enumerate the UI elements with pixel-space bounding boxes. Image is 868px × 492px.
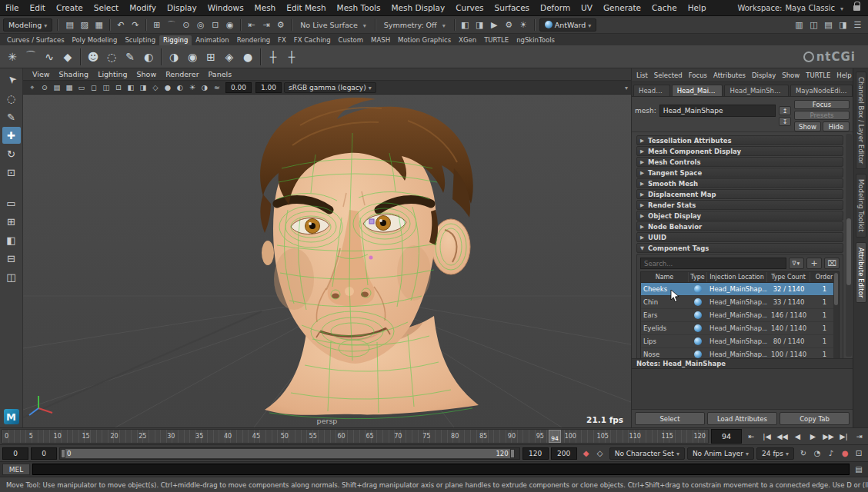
attribute-editor-scrollbar[interactable] [846, 134, 852, 357]
attr-section-object-display[interactable]: ▶Object Display [636, 211, 843, 221]
add-tag-button[interactable] [806, 258, 822, 269]
node-tab-head-mainshapeorig1[interactable]: Head_MainShapeOrig1 [724, 85, 789, 96]
ae-menu-turtle[interactable]: TURTLE [803, 71, 833, 79]
menu-help[interactable]: Help [683, 0, 712, 15]
component-tag-row-nose[interactable]: NoseHead_MainShap...100 / 11401 [641, 348, 839, 358]
undo-icon[interactable]: ↶ [113, 18, 128, 32]
snap-to-projected-center-icon[interactable]: ◎ [193, 18, 208, 32]
attr-section-mesh-component-display[interactable]: ▶Mesh Component Display [636, 146, 843, 156]
viewport-menu-caret-icon[interactable] [623, 83, 628, 91]
menu-modify[interactable]: Modify [124, 0, 162, 15]
snap-to-point-icon[interactable]: ⊙ [179, 18, 193, 32]
wrap-deformer-icon[interactable]: ◈ [220, 48, 239, 66]
vertical-tab-attribute-editor[interactable]: Attribute Editor [856, 242, 866, 303]
node-nav-down-icon[interactable]: ↧ [779, 117, 791, 126]
ae-menu-display[interactable]: Display [749, 71, 779, 79]
menu-mesh-display[interactable]: Mesh Display [386, 0, 450, 15]
hide-button[interactable]: Hide [823, 121, 850, 131]
animation-start-field[interactable] [2, 447, 28, 460]
make-live-icon[interactable]: ◉ [222, 18, 237, 32]
viewport-menu-shading[interactable]: Shading [55, 70, 94, 78]
notes-header[interactable]: Notes: Head_MainShape [632, 358, 853, 369]
viewport-3d-scene[interactable] [23, 95, 631, 427]
resolution-gate-icon[interactable]: ◻ [88, 81, 100, 93]
vertical-tab-modeling-toolkit[interactable]: Modeling Toolkit [856, 174, 866, 238]
ae-menu-show[interactable]: Show [779, 71, 803, 79]
column-header-name[interactable]: Name [641, 272, 689, 282]
command-language-toggle[interactable]: MEL [2, 464, 30, 475]
gamma-field[interactable] [255, 82, 282, 93]
component-tag-row-chin[interactable]: ChinHead_MainShap...33 / 11401 [641, 296, 839, 309]
cluster-icon[interactable]: ◉ [183, 48, 202, 66]
workspace-selector[interactable]: Workspace: Maya Classic [737, 4, 868, 12]
constraint-icon[interactable]: ◆ [58, 48, 77, 66]
safe-title-icon[interactable]: ◨ [137, 81, 149, 93]
textured-mode-icon[interactable]: ◐ [174, 81, 186, 93]
channel-box-toggle-icon[interactable]: ▤ [821, 18, 836, 32]
save-scene-icon[interactable]: ▦ [92, 18, 106, 32]
copy-tab-button[interactable]: Copy Tab [780, 412, 850, 425]
show-button[interactable]: Show [794, 121, 821, 131]
construction-history-icon[interactable]: ⚙ [273, 18, 288, 32]
shelf-tab-animation[interactable]: Animation [192, 35, 232, 45]
shadows-toggle-icon[interactable]: ◑ [199, 81, 211, 93]
current-time-marker[interactable]: 94 [549, 430, 561, 443]
column-header-injection-location[interactable]: Injection Location [707, 272, 767, 282]
menu-edit[interactable]: Edit [25, 0, 51, 15]
single-pane-layout-icon[interactable]: ▭ [2, 194, 21, 211]
new-scene-icon[interactable]: ▤ [62, 18, 77, 32]
sculpt-deformer-icon[interactable]: ● [239, 48, 257, 66]
lock-camera-icon[interactable]: ⊙ [38, 81, 51, 93]
bind-skin-icon[interactable]: ☻ [84, 48, 102, 66]
rotate-tool-icon[interactable]: ↻ [2, 145, 21, 162]
shelf-tab-rendering[interactable]: Rendering [233, 35, 274, 45]
component-tag-row-lips[interactable]: LipsHead_MainShap...80 / 11401 [641, 335, 839, 348]
attr-section-component-tags[interactable]: ▼ Component Tags [636, 243, 843, 253]
character-set-dropdown[interactable]: No Character Set [609, 447, 685, 460]
scale-tool-icon[interactable]: ⊡ [2, 164, 21, 181]
shelf-tab-custom[interactable]: Custom [335, 35, 368, 45]
menu-windows[interactable]: Windows [202, 0, 249, 15]
grid-toggle-icon[interactable]: ▦ [63, 81, 75, 93]
node-tab-mayanodeeditorsav[interactable]: MayaNodeEditorSav... [790, 85, 853, 96]
node-nav-up-icon[interactable]: ↥ [779, 106, 791, 115]
current-frame-field[interactable] [711, 429, 742, 444]
timeline-tick-labels[interactable]: 94 0510152025303540455055606570758085909… [2, 429, 709, 444]
component-tag-row-cheeks[interactable]: CheeksHead_MainShap...32 / 11401 [641, 283, 839, 296]
component-tag-row-eyelids[interactable]: EyelidsHead_MainShap...140 / 11401 [641, 322, 839, 335]
four-pane-layout-icon[interactable]: ⊞ [2, 213, 21, 230]
shelf-tab-fx[interactable]: FX [274, 35, 290, 45]
component-tag-row-ears[interactable]: EarsHead_MainShap...146 / 11401 [641, 309, 839, 322]
presets-button[interactable]: Presets [794, 111, 850, 120]
ae-menu-selected[interactable]: Selected [651, 71, 686, 79]
ae-menu-attributes[interactable]: Attributes [710, 71, 749, 79]
load-attributes-button[interactable]: Load Attributes [707, 412, 777, 425]
node-name-field[interactable] [659, 105, 776, 117]
ae-menu-focus[interactable]: Focus [686, 71, 710, 79]
menu-display[interactable]: Display [162, 0, 202, 15]
range-slider-bar[interactable]: 0 120 [61, 449, 515, 458]
attr-section-displacement-map[interactable]: ▶Displacement Map [636, 189, 843, 199]
script-editor-icon[interactable]: ▤ [852, 464, 866, 475]
three-pane-top-layout-icon[interactable]: ⊟ [2, 250, 21, 267]
select-tool-icon[interactable]: ➤ [0, 68, 24, 93]
attr-section-node-behavior[interactable]: ▶Node Behavior [636, 221, 843, 231]
workspace-options-icon[interactable]: ☰ [850, 18, 865, 32]
lights-toggle-icon[interactable]: ☀ [186, 81, 199, 93]
viewport-canvas[interactable]: persp 21.1 fps [23, 95, 631, 427]
shelf-tab-fx-caching[interactable]: FX Caching [290, 35, 335, 45]
blend-shape-icon[interactable]: ◑ [165, 48, 183, 66]
colorspace-dropdown[interactable]: sRGB gamma (legacy) [284, 82, 376, 93]
select-button[interactable]: Select [635, 412, 705, 425]
shelf-tab-mash[interactable]: MASH [367, 35, 394, 45]
lasso-select-tool-icon[interactable]: ◌ [2, 90, 21, 107]
paint-skin-weights-icon[interactable]: ✎ [121, 48, 139, 66]
focus-button[interactable]: Focus [794, 100, 850, 109]
viewport-menu-show[interactable]: Show [132, 70, 162, 78]
viewport-menu-lighting[interactable]: Lighting [93, 70, 132, 78]
paint-select-tool-icon[interactable]: ✎ [2, 108, 21, 125]
attribute-editor-scrollbar-thumb[interactable] [846, 218, 851, 285]
locator-red-icon[interactable]: ┼ [282, 48, 301, 66]
ipr-render-icon[interactable]: ◨ [472, 18, 487, 32]
delete-tag-button[interactable] [824, 258, 840, 269]
